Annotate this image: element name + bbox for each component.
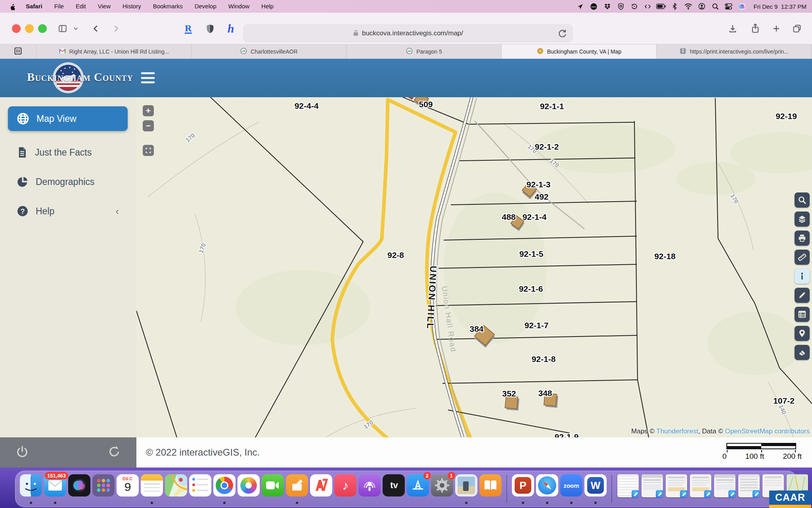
zoomapp-icon[interactable]: zoom	[588, 2, 600, 11]
dock-app-reminders[interactable]	[189, 471, 212, 507]
raindrop-extension-icon[interactable]: R	[180, 21, 196, 36]
dock-app-books[interactable]	[479, 471, 502, 507]
dock-app-mail[interactable]: 151,463	[44, 471, 67, 507]
wifi-icon[interactable]	[682, 2, 694, 11]
chevron-down-icon[interactable]	[71, 21, 81, 36]
dock-app-podcasts[interactable]	[358, 471, 381, 507]
shieldlink-icon[interactable]	[615, 2, 627, 11]
tab-4[interactable]: Buckingham County, VA | Map	[502, 44, 657, 59]
zoom-out-button[interactable]: −	[143, 120, 154, 131]
reload-icon[interactable]	[557, 29, 567, 40]
pinned-tab[interactable]	[0, 44, 36, 59]
forward-button[interactable]	[108, 21, 124, 36]
dock-app-news[interactable]	[310, 471, 333, 507]
tool-info-button[interactable]	[795, 269, 810, 284]
honey-extension-icon[interactable]: h	[223, 21, 239, 36]
dock-window-thumbnail-doc[interactable]	[665, 471, 688, 507]
dock-window-thumbnail-sheet[interactable]	[617, 471, 640, 507]
fullscreen-button[interactable]	[143, 145, 154, 156]
dock-app-zoom[interactable]: zoom	[560, 471, 583, 507]
zoom-in-button[interactable]: +	[143, 105, 154, 116]
back-button[interactable]	[88, 21, 104, 36]
tool-search-button[interactable]	[795, 192, 810, 208]
share-button[interactable]	[747, 21, 763, 36]
tool-marker-button[interactable]	[795, 326, 810, 341]
collapse-chevron-icon[interactable]: ‹	[115, 205, 119, 217]
dock-app-powerpoint[interactable]: P	[511, 471, 534, 507]
hamburger-menu-icon[interactable]	[141, 72, 155, 83]
menu-file[interactable]: File	[48, 3, 70, 10]
thunderforest-link[interactable]: Thunderforest	[656, 427, 698, 435]
dock-app-settings[interactable]: 1	[431, 471, 454, 507]
dock-app-maps[interactable]	[165, 471, 188, 507]
dock-app-pages[interactable]	[285, 471, 308, 507]
dock-app-chrome[interactable]	[213, 471, 236, 507]
sidebar-item-just-the-facts[interactable]: Just the Facts	[8, 140, 128, 165]
sidebar-toggle-icon[interactable]	[55, 21, 71, 36]
dock-app-photos[interactable]	[237, 471, 260, 507]
tab-1[interactable]: Right Array, LLC - Union Hill Rd Listing…	[36, 44, 192, 59]
menu-view[interactable]: View	[92, 3, 117, 10]
dock-app-music[interactable]: ♪	[334, 471, 357, 507]
menu-history[interactable]: History	[117, 3, 147, 10]
bluetooth-icon[interactable]	[669, 2, 681, 11]
openstreetmap-link[interactable]: OpenStreetMap contributors	[725, 427, 810, 435]
new-tab-button[interactable]	[768, 21, 784, 36]
menu-bookmarks[interactable]: Bookmarks	[147, 3, 189, 10]
dock-app-finder[interactable]	[19, 471, 42, 507]
apple-menu-icon[interactable]	[10, 3, 16, 10]
siri-icon[interactable]	[736, 2, 748, 11]
menu-window[interactable]: Window	[222, 3, 255, 10]
dock-app-preview[interactable]	[455, 471, 478, 507]
menu-safari[interactable]: Safari	[20, 0, 48, 13]
minimize-window-button[interactable]	[25, 24, 34, 33]
dock-app-facetime[interactable]	[261, 471, 284, 507]
dock-app-launchpad[interactable]	[92, 471, 115, 507]
menu-clock[interactable]: Fri Dec 9 12:37 PM	[754, 3, 806, 10]
tab-3[interactable]: Paragon 5	[347, 44, 502, 59]
sidebar-item-help[interactable]: ?Help‹	[8, 199, 128, 223]
address-bar[interactable]: buckcova.interactivegis.com/map/	[243, 25, 573, 42]
tool-print-button[interactable]	[795, 231, 810, 246]
sidebar-item-map-view[interactable]: Map View	[8, 106, 128, 131]
power-icon[interactable]	[16, 445, 29, 460]
dock-app-safari[interactable]	[536, 471, 559, 507]
dock-window-thumbnail-browser[interactable]	[641, 471, 664, 507]
dock-window-thumbnail-list[interactable]	[737, 471, 760, 507]
dock-app-siri[interactable]	[68, 471, 91, 507]
dock-app-word[interactable]: W	[584, 471, 607, 507]
county-brand[interactable]: Buckingham County	[16, 59, 151, 97]
menu-develop[interactable]: Develop	[189, 3, 222, 10]
close-window-button[interactable]	[12, 24, 21, 33]
tab-5[interactable]: https://print.interactivegis.com/live/pr…	[657, 44, 812, 59]
reset-icon[interactable]	[108, 445, 121, 460]
zoom-window-button[interactable]	[38, 24, 47, 33]
codebrackets-icon[interactable]	[642, 2, 654, 11]
tab-overview-button[interactable]	[789, 21, 805, 36]
dock-app-tv[interactable]: tv	[382, 471, 405, 507]
dock-window-thumbnail-browser[interactable]	[713, 471, 736, 507]
tool-eraser-button[interactable]	[795, 345, 810, 360]
dock-window-thumbnail-doc[interactable]	[689, 471, 712, 507]
location-icon[interactable]	[575, 2, 586, 11]
dock-app-notes[interactable]	[140, 471, 163, 507]
downloads-button[interactable]	[725, 21, 741, 36]
menu-edit[interactable]: Edit	[70, 3, 92, 10]
battery-icon[interactable]	[655, 2, 667, 11]
dock-app-calendar[interactable]: DEC9	[116, 471, 139, 507]
tool-edit-button[interactable]	[795, 288, 810, 303]
user-icon[interactable]	[696, 2, 708, 11]
menu-help[interactable]: Help	[255, 3, 280, 10]
timemachine-icon[interactable]	[628, 2, 640, 11]
tool-tablelist-button[interactable]	[795, 307, 810, 322]
spotlight-icon[interactable]	[709, 2, 721, 11]
dock-app-appstore[interactable]: 2	[406, 471, 429, 507]
map-canvas[interactable]: 170170170170170170140UNION HILLUnion Hal…	[136, 97, 812, 437]
controlcenter-icon[interactable]	[723, 2, 735, 11]
tool-layers-button[interactable]	[795, 212, 810, 227]
privacy-shield-extension-icon[interactable]	[202, 21, 218, 36]
dropbox-icon[interactable]	[601, 2, 613, 11]
sidebar-item-demographics[interactable]: Demographics	[8, 169, 128, 194]
tab-2[interactable]: CharlottesvilleAOR	[192, 44, 347, 59]
tool-measure-button[interactable]	[795, 250, 810, 265]
